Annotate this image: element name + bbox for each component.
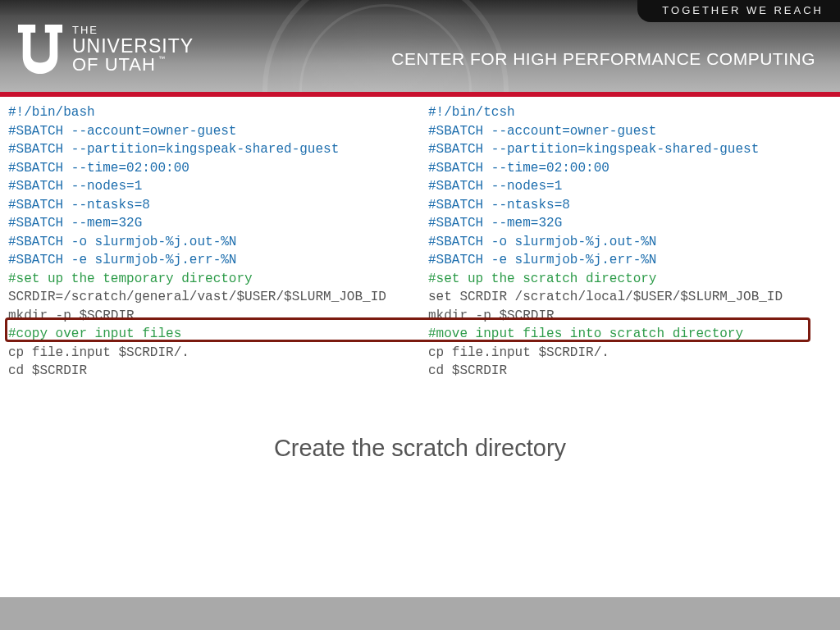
logo-text-ofutah: OF UTAH™ — [72, 56, 194, 74]
code-line: #SBATCH --account=owner-guest — [8, 124, 236, 139]
code-line-highlighted: SCRDIR=/scratch/general/vast/$USER/$SLUR… — [8, 290, 386, 304]
code-comment: #copy over input files — [8, 326, 181, 341]
code-line: #!/bin/bash — [8, 105, 95, 120]
code-line: #SBATCH -e slurmjob-%j.err-%N — [8, 253, 236, 267]
university-wordmark: THE UNIVERSITY OF UTAH™ — [72, 25, 194, 74]
code-columns: #!/bin/bash #SBATCH --account=owner-gues… — [0, 97, 840, 381]
code-comment: #set up the scratch directory — [428, 272, 656, 286]
code-line: #SBATCH --ntasks=8 — [8, 198, 150, 212]
u-logo-icon — [16, 23, 64, 75]
code-comment: #move input files into scratch directory — [428, 326, 743, 341]
code-line: cp file.input $SCRDIR/. — [428, 345, 609, 360]
bash-script-column: #!/bin/bash #SBATCH --account=owner-gues… — [8, 103, 412, 381]
code-line: #SBATCH --partition=kingspeak-shared-gue… — [428, 142, 759, 157]
code-line: #SBATCH -o slurmjob-%j.out-%N — [428, 235, 656, 249]
code-line: #SBATCH --time=02:00:00 — [428, 161, 609, 176]
code-comment: #set up the temporary directory — [8, 272, 253, 286]
logo-text-university: UNIVERSITY — [72, 37, 194, 56]
code-line: mkdir -p $SCRDIR — [8, 308, 135, 323]
slide-caption: Create the scratch directory — [0, 435, 840, 462]
code-line: #SBATCH --partition=kingspeak-shared-gue… — [8, 142, 339, 157]
code-line: #SBATCH --ntasks=8 — [428, 198, 570, 212]
code-line: cp file.input $SCRDIR/. — [8, 345, 189, 360]
code-line: cd $SCRDIR — [8, 363, 87, 378]
code-line-highlighted: set SCRDIR /scratch/local/$USER/$SLURM_J… — [428, 290, 783, 304]
code-line: cd $SCRDIR — [428, 363, 507, 378]
code-line: #SBATCH --mem=32G — [428, 216, 562, 231]
logo-text-the: THE — [72, 25, 194, 35]
header-banner: TOGETHER WE REACH THE UNIVERSITY OF UTAH… — [0, 0, 840, 92]
code-line: #SBATCH --nodes=1 — [8, 179, 142, 194]
tcsh-script-column: #!/bin/tcsh #SBATCH --account=owner-gues… — [428, 103, 832, 381]
code-line: #SBATCH --nodes=1 — [428, 179, 562, 194]
code-line: #!/bin/tcsh — [428, 105, 515, 120]
footer-bar — [0, 597, 840, 630]
code-line: #SBATCH --account=owner-guest — [428, 124, 656, 139]
code-line: #SBATCH --time=02:00:00 — [8, 161, 189, 176]
code-line: mkdir -p $SCRDIR — [428, 308, 555, 323]
university-logo: THE UNIVERSITY OF UTAH™ — [16, 23, 194, 75]
code-line: #SBATCH -o slurmjob-%j.out-%N — [8, 235, 236, 249]
center-title: CENTER FOR HIGH PERFORMANCE COMPUTING — [391, 49, 815, 69]
tagline-tab: TOGETHER WE REACH — [637, 0, 840, 22]
code-line: #SBATCH -e slurmjob-%j.err-%N — [428, 253, 656, 267]
university-seal-watermark — [262, 0, 509, 92]
code-line: #SBATCH --mem=32G — [8, 216, 142, 231]
